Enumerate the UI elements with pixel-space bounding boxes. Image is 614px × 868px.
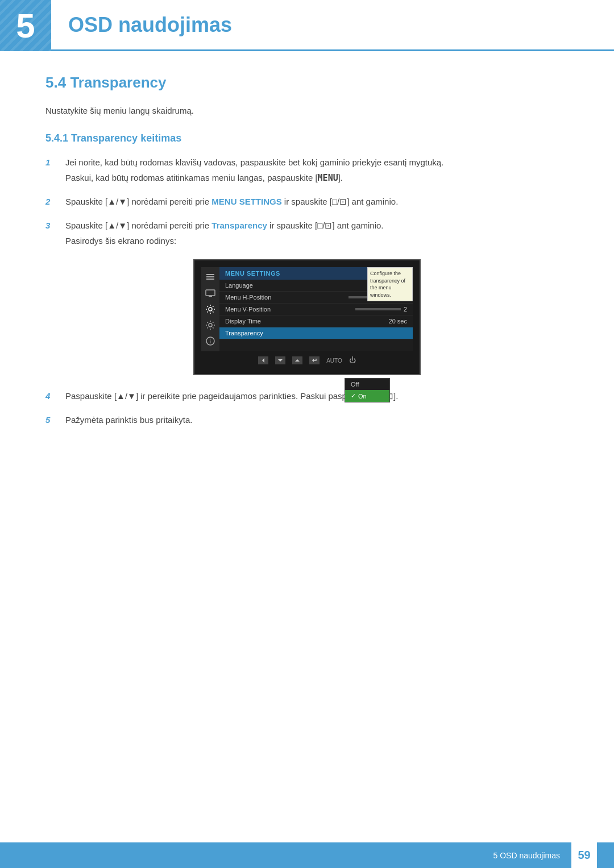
icon-settings2: [204, 318, 217, 332]
step-4-number: 4: [45, 389, 63, 403]
svg-rect-0: [206, 274, 214, 275]
monitor-bottom-bar: AUTO ⏻: [201, 354, 413, 367]
main-content: 5.4 Transparency Nustatykite šių meniu l…: [0, 74, 614, 483]
vpos-slider: [355, 308, 401, 310]
subsection-title: 5.4.1 Transparency keitimas: [45, 132, 569, 144]
footer-page-number: 59: [571, 842, 597, 868]
step-3-text: Spauskite [▲/▼] norėdami pereiti prie Tr…: [65, 219, 569, 248]
gear-icon: [205, 304, 215, 314]
steps-list: 1 Jei norite, kad būtų rodomas klavišų v…: [45, 156, 569, 248]
svg-rect-1: [206, 276, 214, 277]
section-intro: Nustatykite šių meniu langų skaidrumą.: [45, 106, 569, 115]
icon-bar: i: [201, 267, 219, 351]
power-icon: ⏻: [349, 356, 356, 364]
step-1-number: 1: [45, 156, 63, 169]
chapter-title: OSD naudojimas: [68, 13, 232, 37]
nav-down-btn: [275, 356, 285, 364]
icon-info: i: [204, 334, 217, 348]
menu-row-transparency: Transparency: [219, 327, 413, 339]
step-5-text: Pažymėta parinktis bus pritaikyta.: [65, 413, 569, 427]
info-icon: i: [205, 336, 215, 346]
step-4-text: Paspauskite [▲/▼] ir pereikite prie page…: [65, 389, 569, 403]
step-2: 2 Spauskite [▲/▼] norėdami pereiti prie …: [45, 195, 569, 209]
nav-left-icon: [260, 358, 266, 363]
section-title: 5.4 Transparency: [45, 74, 569, 92]
chapter-number-box: 5: [0, 0, 51, 51]
svg-rect-2: [206, 279, 214, 280]
step-2-text: Spauskite [▲/▼] norėdami pereiti prie ME…: [65, 195, 569, 209]
nav-up-icon: [294, 358, 300, 363]
step-5: 5 Pažymėta parinktis bus pritaikyta.: [45, 413, 569, 427]
step-3-subtext: Pasirodys šis ekrano rodinys:: [65, 234, 569, 248]
footer-text: 5 OSD naudojimas: [493, 851, 560, 860]
svg-marker-10: [278, 359, 283, 362]
chapter-number: 5: [16, 6, 35, 45]
nav-enter-icon: [312, 358, 317, 363]
step-1-subtext: Paskui, kad būtų rodomas atitinkamas men…: [65, 171, 569, 185]
nav-down-icon: [277, 358, 283, 363]
svg-rect-4: [209, 296, 212, 297]
step-1-text: Jei norite, kad būtų rodomas klavišų vad…: [65, 156, 569, 185]
step-5-number: 5: [45, 413, 63, 427]
step-3-highlight: Transparency: [211, 221, 267, 230]
menu-panel: i MENU SETTINGS Language English Menu H-…: [201, 267, 413, 351]
page-footer: 5 OSD naudojimas 59: [0, 842, 614, 868]
icon-menu: [204, 271, 217, 284]
icon-display: [204, 286, 217, 300]
menu-icon: [205, 272, 215, 283]
step-3: 3 Spauskite [▲/▼] norėdami pereiti prie …: [45, 219, 569, 248]
chapter-header: 5 OSD naudojimas: [0, 0, 614, 51]
submenu-on: ✓ On: [345, 390, 389, 402]
step-1: 1 Jei norite, kad būtų rodomas klavišų v…: [45, 156, 569, 185]
step-2-highlight: MENU SETTINGS: [211, 197, 281, 206]
svg-marker-9: [262, 358, 264, 363]
chapter-title-box: OSD naudojimas: [51, 0, 614, 51]
svg-point-6: [209, 323, 212, 327]
settings2-icon: [205, 320, 215, 330]
menu-row-vpos: Menu V-Position 2: [219, 304, 413, 315]
display-icon: [205, 288, 215, 298]
submenu: Off ✓ On: [345, 378, 390, 402]
tooltip-box: Configure the transparency of the menu w…: [367, 267, 413, 301]
submenu-off: Off: [345, 379, 389, 390]
icon-gear: [204, 302, 217, 316]
svg-rect-3: [206, 290, 215, 296]
monitor-screenshot: i MENU SETTINGS Language English Menu H-…: [45, 259, 569, 375]
menu-row-displaytime: Display Time 20 sec: [219, 315, 413, 327]
svg-text:i: i: [210, 339, 211, 344]
step-4: 4 Paspauskite [▲/▼] ir pereikite prie pa…: [45, 389, 569, 403]
monitor-inner: i MENU SETTINGS Language English Menu H-…: [193, 259, 421, 375]
nav-up-btn: [292, 356, 302, 364]
nav-left-btn: [258, 356, 268, 364]
step-2-number: 2: [45, 195, 63, 209]
svg-marker-11: [295, 359, 300, 362]
nav-enter-btn: [309, 356, 320, 364]
auto-label: AUTO: [326, 358, 342, 364]
steps-list-2: 4 Paspauskite [▲/▼] ir pereikite prie pa…: [45, 389, 569, 427]
svg-point-5: [209, 308, 212, 311]
step-3-number: 3: [45, 219, 63, 232]
